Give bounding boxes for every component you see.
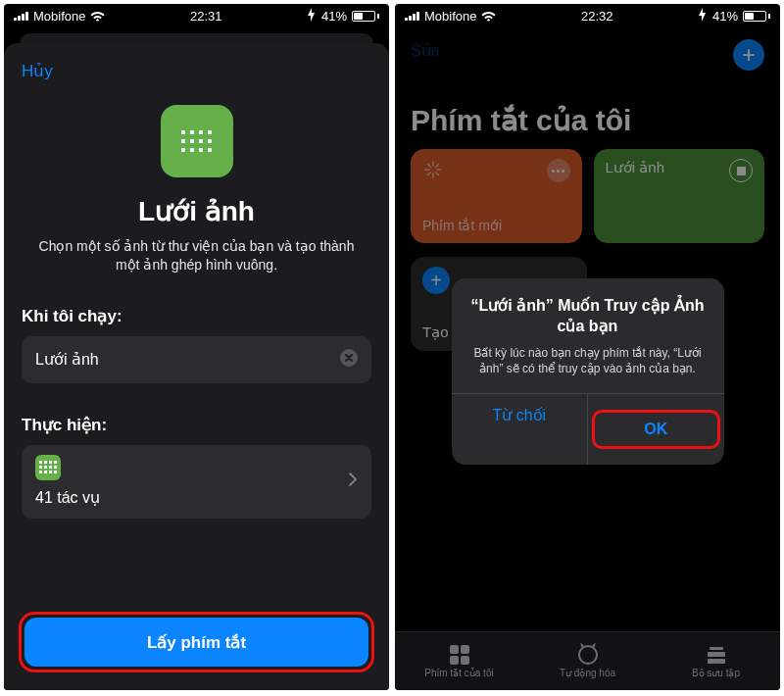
phone-left: Mobifone 22:31 41% Hủy Lưới ảnh Chọn một… — [4, 4, 389, 690]
perform-label: Thực hiện: — [22, 415, 371, 435]
tab-my-shortcuts[interactable]: Phím tắt của tôi — [395, 632, 523, 690]
tab-bar: Phím tắt của tôi Tự động hóa Bộ sưu tập — [395, 631, 780, 690]
tab-label: Tự động hóa — [560, 668, 615, 678]
shortcut-app-icon — [161, 105, 233, 177]
battery-pct: 41% — [712, 9, 738, 24]
status-bar: Mobifone 22:32 41% — [395, 4, 780, 27]
clock-icon — [578, 645, 598, 665]
alert-deny-button[interactable]: Từ chối — [452, 394, 588, 465]
tab-label: Phím tắt của tôi — [424, 668, 493, 678]
permission-alert: “Lưới ảnh” Muốn Truy cập Ảnh của bạn Bất… — [452, 278, 724, 465]
actions-count: 41 tác vụ — [35, 488, 358, 507]
clock: 22:31 — [190, 9, 222, 24]
edit-button[interactable]: Sửa — [395, 27, 780, 60]
stop-icon[interactable] — [729, 159, 753, 182]
clock: 22:32 — [581, 9, 613, 24]
stack-icon — [708, 647, 725, 664]
callout-highlight: OK — [592, 410, 720, 449]
battery-pct: 41% — [321, 9, 347, 24]
alert-ok-wrap: OK — [587, 394, 724, 465]
carrier: Mobifone — [33, 9, 85, 24]
plus-circle-icon: + — [422, 267, 450, 294]
shortcut-detail-sheet: Hủy Lưới ảnh Chọn một số ảnh từ thư viện… — [4, 43, 389, 690]
alert-ok-button[interactable]: OK — [595, 413, 717, 446]
page-title: Phím tắt của tôi — [395, 60, 780, 149]
more-icon[interactable] — [547, 159, 570, 182]
cellular-icon — [405, 11, 419, 21]
cellular-icon — [14, 11, 28, 21]
actions-row[interactable]: 41 tác vụ — [22, 445, 371, 519]
battery-charging-icon — [307, 8, 317, 25]
tile-grid-photo[interactable]: Lưới ảnh — [594, 149, 765, 243]
tile-new-shortcut[interactable]: Phím tắt mới — [411, 149, 582, 243]
tab-gallery[interactable]: Bộ sưu tập — [652, 632, 780, 690]
wifi-icon — [90, 11, 105, 22]
battery-icon — [743, 11, 770, 22]
shortcut-title: Lưới ảnh — [22, 195, 371, 227]
carrier: Mobifone — [424, 9, 476, 24]
add-shortcut-button[interactable]: + — [733, 39, 764, 71]
shortcut-description: Chọn một số ảnh từ thư viện của bạn và t… — [22, 237, 371, 274]
get-shortcut-button[interactable]: Lấy phím tắt — [24, 618, 368, 667]
actions-icon — [35, 455, 61, 480]
shortcut-name-field[interactable]: Lưới ảnh — [22, 336, 371, 383]
cancel-button[interactable]: Hủy — [22, 57, 371, 91]
when-run-label: Khi tôi chạy: — [22, 306, 371, 326]
phone-right: Mobifone 22:32 41% Sửa + Phím tắt của tô… — [395, 4, 780, 690]
wifi-icon — [481, 11, 496, 22]
alert-message: Bất kỳ lúc nào bạn chạy phím tắt này, “L… — [469, 345, 707, 378]
alert-title: “Lưới ảnh” Muốn Truy cập Ảnh của bạn — [469, 296, 707, 337]
tile-label: Phím tắt mới — [422, 218, 570, 233]
tab-label: Bộ sưu tập — [692, 668, 740, 678]
battery-icon — [352, 11, 379, 22]
shortcut-name-value: Lưới ảnh — [35, 350, 99, 369]
callout-highlight: Lấy phím tắt — [19, 612, 374, 672]
chevron-right-icon — [348, 472, 358, 491]
status-bar: Mobifone 22:31 41% — [4, 4, 389, 27]
tab-automation[interactable]: Tự động hóa — [523, 632, 652, 690]
clear-text-icon[interactable] — [340, 349, 358, 371]
battery-charging-icon — [698, 8, 708, 25]
